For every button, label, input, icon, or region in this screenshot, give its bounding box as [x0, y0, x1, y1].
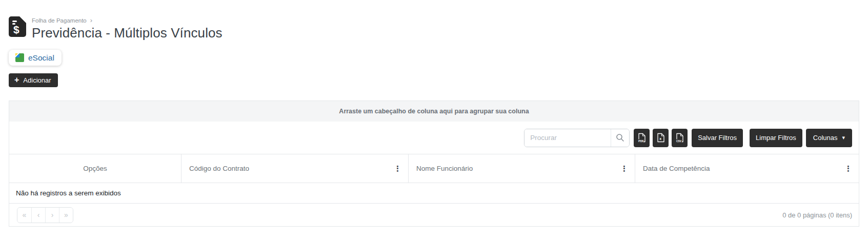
prev-page-button[interactable]: ‹: [31, 208, 45, 223]
esocial-logo-icon: [14, 52, 25, 63]
column-header-label: Nome Funcionário: [416, 165, 473, 172]
column-menu-icon[interactable]: ⋮: [392, 164, 403, 173]
column-header-label: Opções: [83, 165, 107, 172]
search-icon: [616, 133, 624, 142]
data-grid: Arraste um cabeçalho de coluna aqui para…: [9, 101, 859, 227]
csv-file-icon: CSV: [676, 133, 684, 143]
search-button[interactable]: [611, 129, 629, 147]
chevron-down-icon: ▾: [842, 135, 845, 141]
grid-header-row: Opções Código do Contrato ⋮ Nome Funcion…: [9, 154, 859, 183]
search-box: [524, 129, 630, 147]
save-filters-button[interactable]: Salvar Filtros: [692, 129, 743, 147]
first-page-button[interactable]: «: [17, 208, 31, 223]
export-csv-button[interactable]: CSV: [672, 129, 688, 147]
export-excel-button[interactable]: x: [653, 129, 669, 147]
excel-file-icon: x: [657, 133, 665, 143]
column-menu-icon[interactable]: ⋮: [843, 164, 854, 173]
group-drop-hint: Arraste um cabeçalho de coluna aqui para…: [339, 108, 529, 115]
column-header-data-de-competencia[interactable]: Data de Competência ⋮: [635, 154, 859, 183]
page-header: $ Folha de Pagamento › Previdência - Múl…: [0, 0, 868, 41]
plus-icon: +: [14, 76, 19, 84]
page-title: Previdência - Múltiplos Vínculos: [32, 25, 223, 41]
empty-state-text: Não há registros a serem exibidos: [16, 189, 121, 197]
column-menu-icon[interactable]: ⋮: [619, 164, 630, 173]
group-drop-panel[interactable]: Arraste um cabeçalho de coluna aqui para…: [9, 101, 859, 122]
column-header-opcoes[interactable]: Opções: [9, 154, 181, 183]
excel-label: x: [659, 137, 661, 141]
add-button[interactable]: + Adicionar: [9, 73, 58, 87]
column-header-nome-funcionario[interactable]: Nome Funcionário ⋮: [408, 154, 635, 183]
clear-filters-button[interactable]: Limpar Filtros: [750, 129, 802, 147]
last-page-button[interactable]: »: [59, 208, 73, 223]
column-header-label: Código do Contrato: [189, 165, 249, 172]
esocial-tab[interactable]: eSocial: [9, 50, 62, 66]
pager: « ‹ › »: [17, 207, 73, 223]
breadcrumb-item-folha-de-pagamento[interactable]: Folha de Pagamento: [32, 17, 87, 24]
svg-text:$: $: [13, 24, 19, 35]
columns-button[interactable]: Colunas ▾: [806, 129, 852, 147]
export-pdf-button[interactable]: PDF: [634, 129, 650, 147]
breadcrumb: Folha de Pagamento ›: [32, 16, 223, 24]
pdf-file-icon: PDF: [638, 133, 646, 143]
pagination-bar: « ‹ › » 0 de 0 páginas (0 itens): [9, 204, 859, 226]
column-header-label: Data de Competência: [643, 165, 710, 172]
breadcrumb-chevron-icon: ›: [90, 17, 92, 24]
csv-label: CSV: [676, 139, 682, 143]
esocial-tab-label: eSocial: [28, 53, 54, 63]
title-block: Folha de Pagamento › Previdência - Múlti…: [32, 16, 223, 41]
page: $ Folha de Pagamento › Previdência - Múl…: [0, 0, 868, 227]
payroll-invoice-dollar-icon: $: [9, 16, 26, 37]
empty-state-row: Não há registros a serem exibidos: [9, 183, 859, 204]
grid-toolbar: PDF x CSV Salvar Filtros: [9, 122, 859, 154]
search-input[interactable]: [524, 129, 611, 147]
columns-button-label: Colunas: [813, 134, 838, 142]
add-button-label: Adicionar: [23, 76, 51, 84]
next-page-button[interactable]: ›: [45, 208, 59, 223]
column-header-codigo-do-contrato[interactable]: Código do Contrato ⋮: [181, 154, 408, 183]
page-summary: 0 de 0 páginas (0 itens): [782, 211, 855, 219]
pdf-label: PDF: [638, 139, 644, 143]
